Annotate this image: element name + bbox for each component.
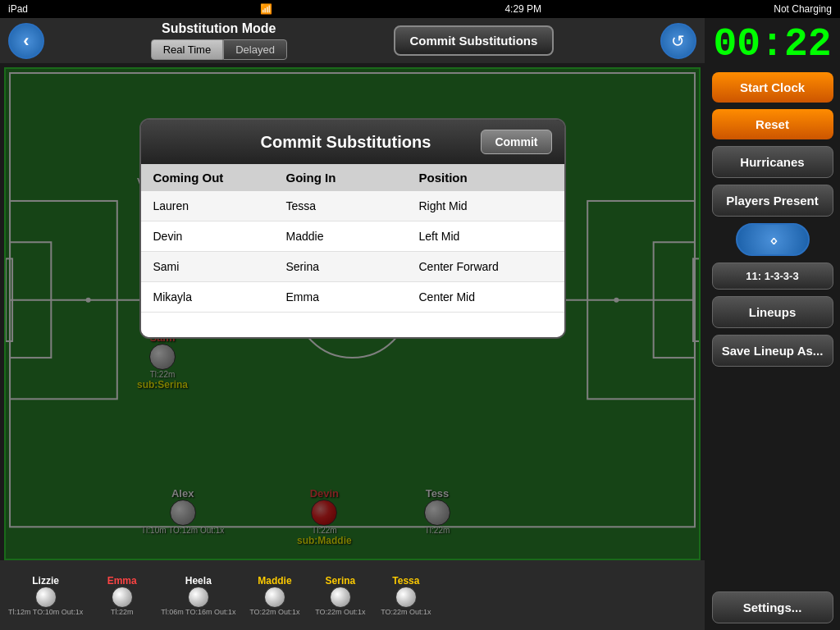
sub-row-0: Lauren Tessa Right Mid bbox=[141, 191, 564, 221]
lineups-button[interactable]: Lineups bbox=[712, 296, 833, 328]
battery-status: Not Charging bbox=[774, 3, 832, 15]
back-button[interactable]: ‹ bbox=[8, 23, 44, 59]
start-clock-button[interactable]: Start Clock bbox=[712, 72, 833, 103]
field-area: ‹ Substitution Mode Real Time Delayed Co… bbox=[0, 18, 705, 630]
bench-name-emma: Emma bbox=[107, 575, 137, 587]
coming-out-0: Lauren bbox=[153, 199, 286, 212]
bench-heela[interactable]: Heela Tl:06m TO:16m Out:1x bbox=[161, 575, 235, 616]
reset-button[interactable]: Reset bbox=[712, 109, 833, 139]
sub-row-2: Sami Serina Center Forward bbox=[141, 252, 564, 282]
modal-table-header: Coming Out Going In Position bbox=[141, 164, 564, 191]
device-label: iPad bbox=[8, 3, 28, 15]
bench-serina[interactable]: Serina TO:22m Out:1x bbox=[313, 575, 367, 616]
settings-button[interactable]: Settings... bbox=[712, 591, 833, 623]
team-button[interactable]: Hurricanes bbox=[712, 146, 833, 178]
position-2: Center Forward bbox=[419, 260, 552, 273]
wifi-icon: 📶 bbox=[260, 3, 272, 15]
coming-out-1: Devin bbox=[153, 230, 286, 243]
bench-name-heela: Heela bbox=[185, 575, 212, 587]
right-sidebar: 00:22 Start Clock Reset Hurricanes Playe… bbox=[705, 18, 840, 630]
position-1: Left Mid bbox=[419, 230, 552, 243]
modal-header: Commit Substitutions Commit bbox=[141, 120, 564, 164]
col-header-position: Position bbox=[419, 171, 552, 185]
timer-display: 00:22 bbox=[713, 25, 831, 64]
formation-badge: 11: 1-3-3-3 bbox=[712, 262, 833, 290]
nav-arrows[interactable]: ‹› bbox=[736, 223, 810, 256]
bench-lizzie[interactable]: Lizzie Tl:12m TO:10m Out:1x bbox=[8, 575, 83, 616]
bench-name-tessa: Tessa bbox=[392, 575, 419, 587]
status-bar: iPad 📶 4:29 PM Not Charging bbox=[0, 0, 840, 18]
mode-buttons: Real Time Delayed bbox=[151, 39, 287, 60]
commit-substitutions-modal: Commit Substitutions Commit Coming Out G… bbox=[139, 118, 566, 339]
going-in-1: Maddie bbox=[286, 230, 419, 243]
bench-name-maddie: Maddie bbox=[258, 575, 291, 587]
commit-substitutions-button[interactable]: Commit Substitutions bbox=[394, 25, 555, 56]
bench-stats-maddie: TO:22m Out:1x bbox=[249, 608, 299, 616]
bench-ball-tessa bbox=[395, 587, 417, 608]
delayed-btn[interactable]: Delayed bbox=[223, 39, 287, 60]
coming-out-2: Sami bbox=[153, 260, 286, 273]
going-in-3: Emma bbox=[286, 290, 419, 304]
modal-commit-button[interactable]: Commit bbox=[481, 130, 551, 154]
bench-ball-heela bbox=[188, 587, 209, 608]
real-time-btn[interactable]: Real Time bbox=[151, 39, 224, 60]
bench-ball-lizzie bbox=[35, 587, 57, 608]
bench-area: Lizzie Tl:12m TO:10m Out:1x Emma Tl:22m … bbox=[0, 560, 705, 630]
soccer-field: Valerie Tl:22m Sami Tl:22m sub:Serina Al… bbox=[4, 67, 701, 560]
position-0: Right Mid bbox=[419, 199, 552, 212]
col-header-going-in: Going In bbox=[286, 171, 419, 185]
going-in-0: Tessa bbox=[286, 199, 419, 212]
sub-row-1: Devin Maddie Left Mid bbox=[141, 221, 564, 252]
bench-stats-heela: Tl:06m TO:16m Out:1x bbox=[161, 608, 235, 616]
bench-name-lizzie: Lizzie bbox=[32, 575, 59, 587]
coming-out-3: Mikayla bbox=[153, 290, 286, 304]
bench-name-serina: Serina bbox=[326, 575, 356, 587]
bench-ball-serina bbox=[330, 587, 351, 608]
bench-stats-serina: TO:22m Out:1x bbox=[315, 608, 365, 616]
sub-mode-title: Substitution Mode bbox=[162, 21, 276, 36]
modal-overlay: Commit Substitutions Commit Coming Out G… bbox=[6, 69, 699, 559]
bench-maddie[interactable]: Maddie TO:22m Out:1x bbox=[248, 575, 301, 616]
going-in-2: Serina bbox=[286, 260, 419, 273]
position-3: Center Mid bbox=[419, 290, 552, 304]
refresh-button[interactable]: ↺ bbox=[660, 23, 696, 59]
bench-tessa[interactable]: Tessa TO:22m Out:1x bbox=[379, 575, 432, 616]
bench-emma[interactable]: Emma Tl:22m bbox=[95, 575, 148, 616]
top-bar-center: Substitution Mode Real Time Delayed bbox=[151, 21, 287, 60]
modal-title: Commit Substitutions bbox=[211, 133, 482, 152]
col-header-coming-out: Coming Out bbox=[153, 171, 286, 185]
bench-stats-emma: Tl:22m bbox=[111, 608, 134, 616]
bench-stats-lizzie: Tl:12m TO:10m Out:1x bbox=[8, 608, 83, 616]
time-display: 4:29 PM bbox=[504, 3, 541, 15]
sub-row-3: Mikayla Emma Center Mid bbox=[141, 282, 564, 313]
bench-ball-emma bbox=[112, 587, 133, 608]
bench-stats-tessa: TO:22m Out:1x bbox=[381, 608, 431, 616]
players-present-button[interactable]: Players Present bbox=[712, 185, 833, 217]
bench-ball-maddie bbox=[264, 587, 285, 608]
modal-table: Coming Out Going In Position Lauren Tess… bbox=[141, 164, 564, 337]
top-bar: ‹ Substitution Mode Real Time Delayed Co… bbox=[0, 18, 705, 63]
save-lineup-button[interactable]: Save Lineup As... bbox=[712, 335, 833, 367]
main-container: ‹ Substitution Mode Real Time Delayed Co… bbox=[0, 18, 840, 630]
